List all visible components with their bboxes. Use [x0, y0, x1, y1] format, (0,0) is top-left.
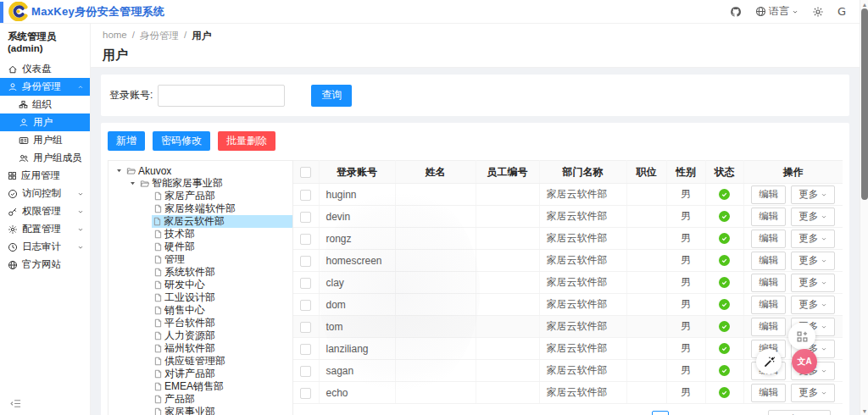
row-checkbox[interactable] — [300, 190, 311, 201]
scroll-up-icon[interactable]: ▲ — [860, 0, 868, 8]
tree-node-title[interactable]: 硬件部 — [153, 241, 198, 253]
caret-down-icon[interactable] — [114, 167, 124, 174]
tree-node-title[interactable]: 系统软件部 — [153, 266, 219, 279]
row-checkbox[interactable] — [300, 300, 311, 311]
tree-node-title[interactable]: 技术部 — [153, 228, 198, 241]
breadcrumb-item-0[interactable]: home — [103, 30, 127, 42]
tree-node-title[interactable]: EMEA销售部 — [153, 380, 227, 393]
add-button[interactable]: 新增 — [108, 131, 145, 151]
tree-node-title[interactable]: 家居事业部 — [153, 406, 219, 415]
tree-node-12[interactable]: 平台软件部 — [108, 317, 292, 329]
tree-node-title[interactable]: 家居云软件部 — [152, 215, 292, 228]
menu-fold-icon[interactable] — [10, 398, 21, 409]
tree-node-title[interactable]: 管理 — [153, 253, 188, 266]
tree-node-15[interactable]: 供应链管理部 — [108, 355, 292, 368]
tree-node-title[interactable]: 家居终端软件部 — [153, 202, 239, 215]
tree-node-11[interactable]: 销售中心 — [108, 304, 292, 317]
more-button[interactable]: 更多 — [791, 252, 835, 270]
tree-node-0[interactable]: Akuvox — [108, 164, 292, 177]
language-switcher[interactable]: 语言 — [755, 4, 798, 19]
wand-cursor-icon[interactable] — [756, 349, 782, 374]
tree-node-title[interactable]: Akuvox — [125, 164, 175, 177]
login-account-input[interactable] — [158, 85, 285, 107]
tree-node-18[interactable]: 产品部 — [108, 393, 292, 406]
tree-node-13[interactable]: 人力资源部 — [108, 329, 292, 342]
tree-node-19[interactable]: 家居事业部 — [108, 406, 292, 415]
edit-button[interactable]: 编辑 — [751, 252, 786, 270]
github-icon[interactable] — [730, 6, 742, 18]
edit-button[interactable]: 编辑 — [751, 318, 786, 336]
edit-button[interactable]: 编辑 — [751, 274, 786, 292]
tree-node-7[interactable]: 管理 — [108, 253, 292, 266]
sidebar-item-11[interactable]: 官方网站 — [0, 256, 90, 274]
row-checkbox[interactable] — [300, 344, 311, 355]
tree-node-14[interactable]: 福州软件部 — [108, 342, 292, 355]
more-button[interactable]: 更多 — [791, 274, 835, 292]
page-number-1[interactable]: 1 — [652, 411, 669, 415]
more-button[interactable]: 更多 — [791, 296, 835, 314]
row-checkbox[interactable] — [300, 388, 311, 399]
vertical-scrollbar[interactable]: ▲ ▼ — [860, 0, 868, 415]
sidebar-item-4[interactable]: 用户组 — [0, 131, 90, 149]
query-button[interactable]: 查询 — [311, 85, 352, 107]
extension-grid-plus-icon[interactable] — [788, 323, 815, 350]
tree-node-9[interactable]: 研发中心 — [108, 279, 292, 291]
row-checkbox[interactable] — [300, 234, 311, 245]
select-all-checkbox[interactable] — [300, 167, 311, 178]
tree-node-title[interactable]: 福州软件部 — [153, 342, 219, 355]
edit-button[interactable]: 编辑 — [751, 185, 786, 204]
page-number-2[interactable]: 2 — [677, 411, 694, 415]
row-checkbox[interactable] — [300, 366, 311, 377]
tree-node-title[interactable]: 工业设计部 — [153, 291, 219, 304]
row-checkbox[interactable] — [300, 322, 311, 333]
more-button[interactable]: 更多 — [791, 185, 835, 204]
tree-node-title[interactable]: 产品部 — [153, 393, 198, 406]
tree-node-1[interactable]: 智能家居事业部 — [108, 177, 292, 190]
scrollbar-thumb[interactable] — [861, 8, 868, 200]
tree-node-title[interactable]: 人力资源部 — [153, 329, 219, 342]
tree-node-title[interactable]: 研发中心 — [153, 279, 209, 291]
sidebar-item-3[interactable]: 用户 — [0, 113, 90, 131]
sidebar-item-7[interactable]: 访问控制 — [0, 185, 90, 202]
tree-node-5[interactable]: 技术部 — [108, 228, 292, 241]
more-button[interactable]: 更多 — [791, 230, 835, 248]
tree-node-title[interactable]: 家居产品部 — [153, 190, 219, 202]
tree-node-title[interactable]: 供应链管理部 — [153, 355, 229, 368]
tree-node-10[interactable]: 工业设计部 — [108, 291, 292, 304]
tree-node-title[interactable]: 对讲产品部 — [153, 368, 219, 380]
change-password-button[interactable]: 密码修改 — [153, 131, 210, 151]
sidebar-item-10[interactable]: 日志审计 — [0, 238, 90, 256]
tree-node-2[interactable]: 家居产品部 — [108, 190, 292, 202]
tree-node-16[interactable]: 对讲产品部 — [108, 368, 292, 380]
edit-button[interactable]: 编辑 — [751, 230, 786, 248]
edit-button[interactable]: 编辑 — [751, 384, 786, 402]
more-button[interactable]: 更多 — [791, 208, 835, 226]
tree-node-17[interactable]: EMEA销售部 — [108, 380, 292, 393]
sidebar-item-2[interactable]: 组织 — [0, 96, 90, 113]
translate-extension-icon[interactable]: 文A — [792, 349, 817, 374]
sidebar-item-8[interactable]: 权限管理 — [0, 202, 90, 220]
row-checkbox[interactable] — [300, 256, 311, 267]
page-number-4[interactable]: 4 — [728, 411, 745, 415]
tree-node-4[interactable]: 家居云软件部 — [108, 215, 292, 228]
scroll-down-icon[interactable]: ▼ — [860, 407, 868, 415]
more-button[interactable]: 更多 — [791, 384, 835, 402]
sidebar-item-1[interactable]: 身份管理 — [0, 78, 90, 96]
tree-node-8[interactable]: 系统软件部 — [108, 266, 292, 279]
tree-node-title[interactable]: 智能家居事业部 — [139, 177, 226, 190]
batch-delete-button[interactable]: 批量删除 — [218, 131, 275, 151]
tree-node-3[interactable]: 家居终端软件部 — [108, 202, 292, 215]
caret-down-icon[interactable] — [127, 180, 137, 187]
sidebar-item-0[interactable]: 仪表盘 — [0, 60, 90, 78]
row-checkbox[interactable] — [300, 278, 311, 289]
sidebar-item-5[interactable]: 用户组成员 — [0, 149, 90, 167]
page-number-3[interactable]: 3 — [703, 411, 720, 415]
edit-button[interactable]: 编辑 — [751, 208, 786, 226]
tree-node-6[interactable]: 硬件部 — [108, 241, 292, 253]
gear-icon[interactable] — [812, 6, 824, 18]
row-checkbox[interactable] — [300, 212, 311, 223]
breadcrumb-item-1[interactable]: 身份管理 — [140, 30, 179, 42]
sidebar-item-9[interactable]: 配置管理 — [0, 220, 90, 238]
sidebar-item-6[interactable]: 应用管理 — [0, 167, 90, 185]
edit-button[interactable]: 编辑 — [751, 296, 786, 314]
